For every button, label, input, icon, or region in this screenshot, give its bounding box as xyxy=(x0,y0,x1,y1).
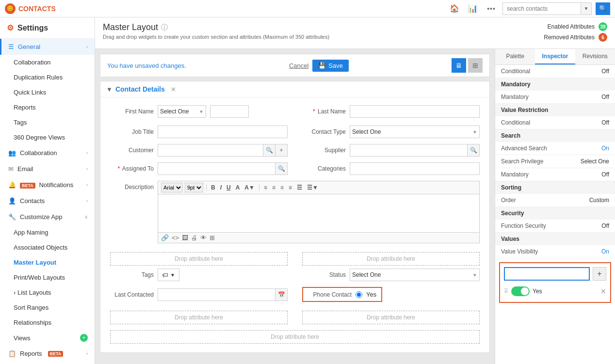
lastname-input[interactable] xyxy=(350,105,480,118)
sidebar-sub-tags[interactable]: Tags xyxy=(0,115,95,130)
sidebar-sub-masterlayout[interactable]: Master Layout xyxy=(0,255,95,270)
categories-input[interactable] xyxy=(350,162,480,175)
align-right-btn[interactable]: ≡ xyxy=(279,184,285,191)
security-header: Security xyxy=(495,207,615,220)
status-select[interactable]: Select One ▼ xyxy=(350,269,480,281)
sidebar-item-email[interactable]: ✉ Email › xyxy=(0,161,95,177)
drop-zone-left-2[interactable]: Drop attribute here xyxy=(110,311,288,324)
sidebar-sub-quicklinks[interactable]: Quick Links xyxy=(0,85,95,100)
desktop-view-btn[interactable]: 🖥 xyxy=(452,58,466,73)
drag-handle-icon[interactable]: ⠿ xyxy=(504,288,508,295)
print-btn[interactable]: 🖨 xyxy=(191,234,197,241)
drop-zone-left[interactable]: Drop attribute here xyxy=(110,252,288,266)
chart-button[interactable]: 📊 xyxy=(466,1,480,16)
underline-btn[interactable]: U xyxy=(225,184,232,191)
collapse-icon[interactable]: ▼ xyxy=(106,86,113,93)
search-submit-btn[interactable]: 🔍 xyxy=(596,2,610,15)
sidebar-item-collaboration[interactable]: 👥 Collaboration › xyxy=(0,145,95,161)
lastcontacted-input[interactable] xyxy=(158,288,275,301)
sidebar-sub-duplication[interactable]: Duplication Rules xyxy=(0,70,95,85)
sidebar-sub-printlayouts[interactable]: Print/Web Layouts xyxy=(0,270,95,285)
sidebar-sub-label: Reports xyxy=(14,104,36,111)
customer-input[interactable] xyxy=(158,144,263,157)
highlight-btn[interactable]: A▼ xyxy=(243,184,256,191)
sidebar-sub-collaboration[interactable]: Collaboration xyxy=(0,55,95,70)
drop-zone-full[interactable]: Drop attribute here xyxy=(110,330,480,344)
sidebar-sub-listlayouts[interactable]: › List Layouts xyxy=(0,285,95,300)
more-button[interactable]: ••• xyxy=(484,1,499,16)
sidebar-item-general[interactable]: ☰ General › xyxy=(0,39,95,55)
align-left-btn[interactable]: ≡ xyxy=(262,184,269,191)
chevron-right-icon: › xyxy=(86,150,88,156)
sidebar-sub-relationships[interactable]: Relationships xyxy=(0,315,95,330)
description-label: Description xyxy=(110,181,154,190)
font-family-select[interactable]: Arial xyxy=(161,183,183,192)
search-input[interactable] xyxy=(503,3,581,15)
order-label: Order xyxy=(501,197,589,204)
assignedto-input[interactable] xyxy=(158,162,275,175)
collaboration-icon: 👥 xyxy=(8,149,16,157)
tab-palette[interactable]: Palette xyxy=(495,49,535,64)
home-button[interactable]: 🏠 xyxy=(447,1,462,16)
list-ol-btn[interactable]: ☰▼ xyxy=(306,184,320,191)
customer-search-btn[interactable]: 🔍 xyxy=(263,144,275,157)
sidebar-sub-reports[interactable]: Reports xyxy=(0,100,95,115)
save-button[interactable]: 💾 Save xyxy=(312,60,349,72)
sidebar-item-label: Customize App xyxy=(20,213,62,221)
sidebar-sub-associated[interactable]: Associated Objects xyxy=(0,240,95,255)
drop-zone-right[interactable]: Drop attribute here xyxy=(302,252,480,266)
align-center-btn[interactable]: ≡ xyxy=(271,184,277,191)
phone-contact-radio[interactable] xyxy=(356,291,362,298)
sidebar-item-notifications[interactable]: 🔔 BETA Notifications › xyxy=(0,177,95,193)
sidebar-item-contacts[interactable]: 👤 Contacts › xyxy=(0,193,95,209)
contacttype-select[interactable]: Select One ▼ xyxy=(350,126,480,138)
image-btn[interactable]: 🖼 xyxy=(182,234,188,241)
cancel-link[interactable]: Cancel xyxy=(289,62,308,69)
tab-revisions[interactable]: Revisions xyxy=(575,49,615,64)
preview-btn[interactable]: 👁 xyxy=(200,234,207,241)
tab-inspector[interactable]: Inspector xyxy=(535,49,575,64)
align-justify-btn[interactable]: ≡ xyxy=(287,184,293,191)
firstname-select[interactable]: Select One ▼ xyxy=(158,105,206,118)
sidebar-sub-360[interactable]: 360 Degree Views xyxy=(0,130,95,145)
code-btn[interactable]: <> xyxy=(172,234,179,241)
link-btn[interactable]: 🔗 xyxy=(161,234,169,241)
sidebar-item-security[interactable]: 🔒 Security › xyxy=(0,362,95,364)
valuevis-label: Value Visibility xyxy=(501,248,601,255)
customer-add-btn[interactable]: + xyxy=(275,144,288,157)
sidebar-sub-sortranges[interactable]: Sort Ranges xyxy=(0,300,95,315)
sidebar-item-label: Contacts xyxy=(20,197,45,205)
assignedto-search-btn[interactable]: 🔍 xyxy=(275,162,288,175)
order-value: Custom xyxy=(589,197,609,204)
description-textarea[interactable] xyxy=(158,194,480,233)
table-btn[interactable]: ⊞ xyxy=(210,234,215,241)
supplier-search-btn[interactable]: 🔍 xyxy=(467,144,480,157)
section-close-btn[interactable]: ✕ xyxy=(171,86,176,93)
sidebar-sub-appnaming[interactable]: App Naming xyxy=(0,225,95,240)
sidebar-item-customize[interactable]: 🔧 Customize App ∨ xyxy=(0,209,95,225)
inspector-row-valuevis: Value Visibility On xyxy=(495,245,615,258)
calendar-icon[interactable]: 📅 xyxy=(275,288,288,301)
desc-actions: 🔗 <> 🖼 🖨 👁 ⊞ xyxy=(158,233,480,243)
sidebar-item-reports[interactable]: 📋 Reports BETA › xyxy=(0,346,95,362)
sidebar-item-label: Notifications xyxy=(39,181,73,189)
info-icon[interactable]: ⓘ xyxy=(161,23,168,32)
firstname-input[interactable] xyxy=(210,105,249,118)
search-mandatory-label: Mandatory xyxy=(501,171,601,178)
supplier-input[interactable] xyxy=(350,144,467,157)
tags-input[interactable]: 🏷 ▼ xyxy=(158,269,179,281)
fontcolor-btn[interactable]: A xyxy=(234,184,242,191)
bold-btn[interactable]: B xyxy=(210,184,217,191)
list-ul-btn[interactable]: ☰ xyxy=(295,184,304,191)
search-dropdown-btn[interactable]: ▼ xyxy=(581,3,591,15)
values-text-input[interactable] xyxy=(504,267,590,281)
values-add-btn[interactable]: + xyxy=(593,267,606,281)
font-size-select[interactable]: 9pt xyxy=(185,183,203,192)
split-view-btn[interactable]: ⊞ xyxy=(468,58,483,73)
jobtitle-input[interactable] xyxy=(158,126,288,138)
italic-btn[interactable]: I xyxy=(219,184,223,191)
values-item-close-btn[interactable]: ✕ xyxy=(600,287,606,295)
sidebar-sub-views[interactable]: Views + xyxy=(0,330,95,346)
drop-zone-right-2[interactable]: Drop attribute here xyxy=(302,311,480,324)
toggle-switch[interactable] xyxy=(511,286,530,296)
